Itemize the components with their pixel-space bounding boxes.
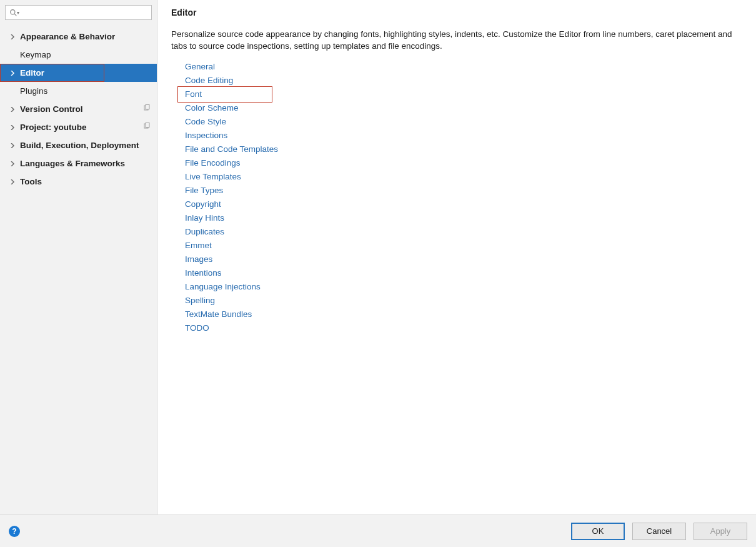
search-icon: ▾: [9, 9, 19, 17]
subpage-link-inlay-hints[interactable]: Inlay Hints: [185, 211, 742, 225]
subpage-link-duplicates[interactable]: Duplicates: [185, 225, 742, 239]
sidebar-item-build-execution-deployment[interactable]: Build, Execution, Deployment: [0, 136, 157, 154]
chevron-right-icon: [7, 107, 17, 112]
sidebar-item-label: Plugins: [20, 86, 47, 96]
subpage-link-file-types[interactable]: File Types: [185, 184, 742, 198]
subpage-link-inspections[interactable]: Inspections: [185, 129, 742, 143]
svg-line-1: [14, 14, 16, 16]
sidebar-item-appearance-behavior[interactable]: Appearance & Behavior: [0, 28, 157, 46]
subpage-link-code-editing[interactable]: Code Editing: [185, 74, 742, 88]
project-scope-icon: [143, 123, 151, 132]
subpage-link-textmate-bundles[interactable]: TextMate Bundles: [185, 308, 742, 321]
sidebar-item-project-youtube[interactable]: Project: youtube: [0, 118, 157, 136]
subpage-link-general[interactable]: General: [185, 60, 742, 74]
sidebar-item-version-control[interactable]: Version Control: [0, 100, 157, 118]
chevron-right-icon: [7, 179, 17, 184]
help-button[interactable]: ?: [9, 526, 20, 537]
subpage-link-images[interactable]: Images: [185, 253, 742, 266]
sidebar-item-label: Keymap: [20, 50, 51, 59]
sidebar-item-label: Appearance & Behavior: [20, 32, 115, 41]
sidebar-item-tools[interactable]: Tools: [0, 173, 157, 191]
subpage-link-emmet[interactable]: Emmet: [185, 239, 742, 253]
svg-point-0: [11, 9, 15, 14]
search-input[interactable]: [22, 8, 147, 18]
subpage-link-intentions[interactable]: Intentions: [185, 266, 742, 280]
subpage-link-file-and-code-templates[interactable]: File and Code Templates: [185, 143, 742, 156]
sidebar-item-languages-frameworks[interactable]: Languages & Frameworks: [0, 154, 157, 173]
dialog-button-bar: ? OK Cancel Apply: [0, 514, 756, 547]
chevron-right-icon: [7, 161, 17, 166]
project-scope-icon: [143, 104, 151, 114]
sidebar-item-label: Tools: [20, 177, 42, 186]
editor-subpage-links: GeneralCode EditingFontColor SchemeCode …: [171, 60, 742, 335]
subpage-link-todo[interactable]: TODO: [185, 321, 742, 335]
page-description: Personalize source code appearance by ch…: [171, 29, 742, 53]
cancel-button[interactable]: Cancel: [632, 523, 686, 540]
settings-content: Editor Personalize source code appearanc…: [157, 0, 756, 514]
chevron-right-icon: [7, 143, 17, 148]
subpage-link-live-templates[interactable]: Live Templates: [185, 170, 742, 184]
subpage-link-code-style[interactable]: Code Style: [185, 115, 742, 129]
settings-tree: Appearance & BehaviorKeymapEditorPlugins…: [0, 24, 157, 514]
sidebar-item-keymap[interactable]: Keymap: [0, 46, 157, 64]
sidebar-item-plugins[interactable]: Plugins: [0, 82, 157, 100]
subpage-link-copyright[interactable]: Copyright: [185, 198, 742, 211]
sidebar-item-editor[interactable]: Editor: [0, 64, 157, 82]
ok-button[interactable]: OK: [571, 523, 625, 540]
chevron-right-icon: [7, 125, 17, 130]
sidebar-item-label: Project: youtube: [20, 123, 87, 132]
apply-button[interactable]: Apply: [694, 523, 747, 540]
subpage-link-font[interactable]: Font: [185, 88, 742, 101]
sidebar-item-label: Version Control: [20, 104, 83, 114]
search-box[interactable]: ▾: [5, 5, 152, 20]
chevron-right-icon: [7, 34, 17, 39]
sidebar-item-label: Editor: [20, 68, 44, 78]
subpage-link-color-scheme[interactable]: Color Scheme: [185, 101, 742, 115]
sidebar-item-label: Build, Execution, Deployment: [20, 141, 139, 150]
settings-sidebar: ▾ Appearance & BehaviorKeymapEditorPlugi…: [0, 0, 157, 514]
subpage-link-spelling[interactable]: Spelling: [185, 294, 742, 308]
page-title: Editor: [171, 8, 742, 18]
svg-rect-5: [146, 123, 149, 128]
svg-rect-3: [146, 105, 149, 109]
subpage-link-file-encodings[interactable]: File Encodings: [185, 156, 742, 170]
sidebar-item-label: Languages & Frameworks: [20, 159, 125, 168]
chevron-right-icon: [7, 71, 17, 76]
subpage-link-language-injections[interactable]: Language Injections: [185, 280, 742, 294]
